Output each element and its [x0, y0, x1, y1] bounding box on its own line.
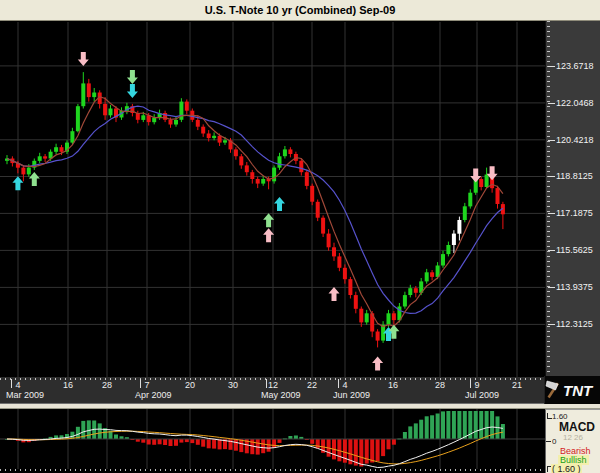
pane-splitter[interactable]: [0, 403, 600, 409]
price-axis-label: 113.9375: [548, 282, 593, 292]
month-label: Mar 2009: [6, 390, 44, 400]
month-label: May 2009: [261, 390, 301, 400]
candle-body: [283, 149, 287, 156]
candle-body: [212, 136, 216, 138]
candle-body: [196, 120, 200, 127]
date-tick-label: 12: [268, 380, 278, 390]
charting-app-window: U.S. T-Note 10 yr (Combined) Sep-09 123.…: [0, 0, 600, 473]
candle-body: [250, 172, 254, 179]
candle-body: [327, 234, 331, 248]
candle-body: [479, 179, 483, 187]
moving-average-slow: [7, 106, 503, 313]
hatchet-icon: [545, 379, 562, 401]
month-tick: [338, 379, 339, 388]
macd-zero-label: 0: [552, 437, 556, 446]
signal-arrow-up-cyan: [12, 176, 23, 190]
candle-body: [207, 134, 211, 139]
candle-body: [256, 179, 260, 184]
macd-axis-minor-ticks: [0, 469, 545, 471]
price-axis[interactable]: 123.6718122.0468120.4218118.8125117.1875…: [545, 21, 600, 377]
candle-body: [496, 188, 500, 204]
signal-arrow-up-pink: [263, 228, 274, 242]
candle-body: [87, 83, 91, 97]
price-axis-label: 123.6718: [548, 61, 594, 71]
signal-arrow-down-green: [127, 70, 138, 84]
candle-body: [441, 254, 445, 265]
candle-body: [425, 272, 429, 281]
candle-body: [348, 279, 352, 295]
candle-body: [332, 247, 336, 256]
candle-body: [218, 136, 222, 143]
price-axis-label: 120.4218: [548, 135, 594, 145]
date-tick-label: 4: [342, 380, 347, 390]
signal-arrow-up-pink: [329, 287, 340, 301]
date-tick-label: 9: [474, 380, 479, 390]
candle-body: [288, 149, 292, 154]
candle-body: [60, 147, 64, 152]
candle-body: [485, 175, 489, 188]
month-tick: [11, 379, 12, 388]
date-tick-label: 16: [63, 380, 73, 390]
price-axis-label: 115.5625: [548, 245, 593, 255]
candle-body: [103, 104, 107, 115]
candle-body: [452, 234, 456, 245]
candle-body: [305, 172, 309, 186]
date-tick-label: 22: [307, 380, 317, 390]
date-tick-label: 7: [144, 380, 149, 390]
candle-body: [376, 332, 380, 341]
chart-title: U.S. T-Note 10 yr (Combined) Sep-09: [205, 4, 396, 16]
candle-body: [316, 202, 320, 218]
candle-body: [21, 168, 25, 175]
zero-tick-icon: [546, 441, 551, 442]
candle-body: [152, 118, 156, 123]
moving-average-fast: [7, 97, 503, 327]
candle-body: [81, 83, 85, 106]
candle-body: [321, 218, 325, 234]
signal-arrow-up-pink: [372, 356, 383, 370]
price-axis-label: 122.0468: [548, 98, 594, 108]
candle-body: [92, 93, 96, 98]
candlesticks[interactable]: [5, 72, 505, 347]
month-label: Apr 2009: [135, 390, 172, 400]
candle-body: [43, 156, 47, 158]
candle-body: [463, 206, 467, 220]
logo-text: TNT: [563, 382, 592, 399]
candle-body: [239, 156, 243, 165]
price-axis-label: 117.1875: [548, 208, 593, 218]
candle-body: [272, 168, 276, 182]
signal-arrow-up-green: [263, 213, 274, 227]
month-label: Jul 2009: [465, 390, 499, 400]
window-titlebar: U.S. T-Note 10 yr (Combined) Sep-09: [0, 0, 600, 21]
candle-body: [414, 288, 418, 293]
candle-body: [38, 156, 42, 161]
month-tick: [470, 379, 471, 388]
candle-body: [169, 120, 173, 125]
candle-body: [70, 131, 74, 142]
price-axis-label: 118.8125: [548, 171, 593, 181]
signal-arrow-down-cyan: [127, 84, 138, 98]
candle-body: [245, 165, 249, 172]
date-tick-label: 21: [512, 380, 522, 390]
candle-body: [185, 102, 189, 111]
tnt-logo: TNT: [544, 376, 600, 404]
candle-body: [359, 309, 363, 323]
date-axis[interactable]: 4Mar 200916287Apr 2009203012May 2009224J…: [0, 377, 545, 403]
candle-body: [408, 288, 412, 295]
candle-body: [299, 161, 303, 172]
candle-body: [392, 313, 396, 320]
candle-body: [343, 268, 347, 279]
candle-body: [109, 109, 113, 116]
macd-params: 12 26: [563, 433, 583, 442]
candle-body: [278, 156, 282, 167]
signal-arrow-down-pink: [78, 52, 89, 66]
candle-body: [261, 179, 265, 184]
candle-body: [201, 127, 205, 134]
candle-body: [354, 295, 358, 309]
candle-body: [76, 106, 80, 131]
candle-body: [365, 313, 369, 322]
candle-body: [403, 295, 407, 306]
macd-current-value: ( 1.60 ): [551, 464, 582, 473]
month-tick: [140, 379, 141, 388]
macd-legend-panel: 1.60 MACD 12 26 0 Bearish Bullish ( 1.60…: [545, 409, 600, 473]
candle-body: [174, 120, 178, 125]
